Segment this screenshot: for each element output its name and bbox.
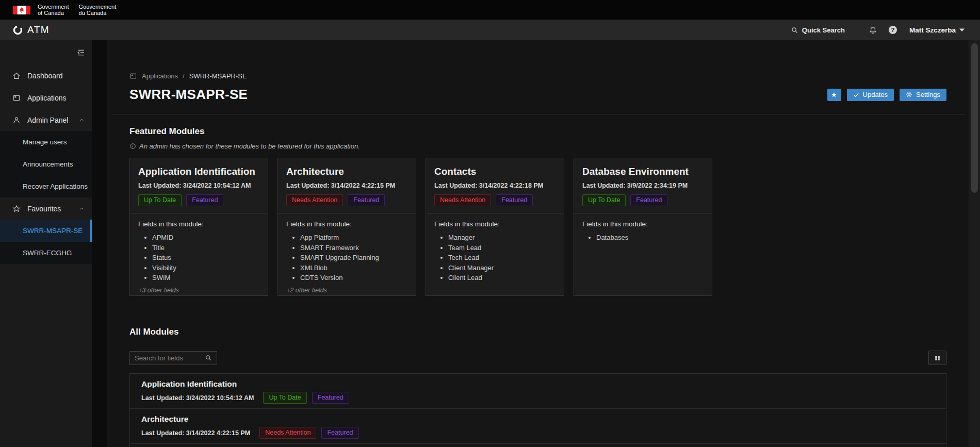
app-header-right: Quick Search ? Matt Szczerba	[791, 26, 965, 35]
favourite-star-button[interactable]	[827, 89, 841, 101]
check-icon	[853, 92, 859, 98]
field-item: App Platform	[300, 233, 407, 243]
module-card-title: Application Identification	[138, 166, 259, 177]
help-glyph: ?	[891, 27, 895, 33]
notifications-bell-icon[interactable]	[869, 26, 877, 35]
field-item: Visibility	[152, 263, 259, 273]
card-body: Fields in this module: APMID Title Statu…	[130, 213, 268, 301]
featured-badge: Featured	[321, 427, 358, 439]
status-badge: Needs Attention	[259, 427, 316, 439]
sidebar-item-announcements[interactable]: Announcements	[0, 153, 92, 175]
status-badge: Up To Date	[263, 392, 306, 404]
module-card-architecture[interactable]: Architecture Last Updated: 3/14/2022 4:2…	[277, 158, 416, 296]
module-row-meta: Last Updated: 3/24/2022 10:54:12 AM Up T…	[141, 392, 935, 404]
status-badge: Needs Attention	[434, 194, 491, 206]
user-menu[interactable]: Matt Szczerba	[909, 26, 965, 34]
grid-view-button[interactable]	[928, 351, 946, 365]
sidebar-item-dashboard[interactable]: Dashboard	[0, 64, 92, 87]
card-header: Architecture Last Updated: 3/14/2022 4:2…	[278, 158, 416, 213]
field-item: Title	[152, 243, 259, 253]
module-card-title: Database Environment	[582, 166, 704, 177]
fields-list: Databases	[582, 233, 704, 243]
title-divider	[112, 114, 965, 114]
module-tags: Needs Attention Featured	[286, 194, 407, 206]
field-item: APMID	[152, 233, 259, 243]
field-item: Client Lead	[448, 273, 556, 283]
chevron-up-icon	[79, 117, 85, 123]
page-actions: Updates	[827, 89, 946, 101]
scrollbar-thumb[interactable]	[971, 43, 978, 193]
field-item: Client Manager	[448, 263, 556, 273]
featured-badge: Featured	[312, 392, 349, 404]
all-modules-toolbar	[129, 351, 946, 365]
atm-logo-icon	[13, 25, 23, 35]
module-last-updated: Last Updated: 3/14/2022 4:22:18 PM	[434, 182, 556, 189]
module-row-meta: Last Updated: 3/14/2022 4:22:15 PM Needs…	[141, 427, 935, 439]
module-row-title: Application Identification	[141, 378, 935, 389]
module-row-architecture[interactable]: Architecture Last Updated: 3/14/2022 4:2…	[130, 409, 946, 444]
field-item: Databases	[596, 233, 704, 243]
sidebar-subitem-label: Recover Applications	[23, 183, 88, 190]
sidebar-item-applications[interactable]: Applications	[0, 87, 92, 109]
card-header: Application Identification Last Updated:…	[130, 158, 268, 213]
module-tags: Up To Date Featured	[582, 194, 704, 206]
settings-button[interactable]: Settings	[900, 89, 946, 101]
page-title: SWRR-MSAPR-SE	[129, 87, 248, 103]
featured-modules-section: Featured Modules An admin has chosen for…	[129, 126, 946, 296]
module-card-contacts[interactable]: Contacts Last Updated: 3/14/2022 4:22:18…	[426, 158, 564, 296]
updates-label: Updates	[863, 91, 888, 98]
sidebar-item-swrr-msapr-se[interactable]: SWRR-MSAPR-SE	[0, 220, 92, 242]
help-icon[interactable]: ?	[889, 26, 897, 34]
app-title: ATM	[27, 24, 50, 36]
breadcrumb-applications[interactable]: Applications	[142, 72, 178, 80]
module-card-database-environment[interactable]: Database Environment Last Updated: 3/9/2…	[574, 158, 712, 296]
home-icon	[12, 72, 21, 80]
gov-wordmark-fr: Gouvernement du Canada	[79, 4, 117, 16]
sidebar-collapse-icon[interactable]	[77, 48, 85, 57]
featured-badge: Featured	[348, 194, 385, 206]
sidebar-subitem-label: SWRR-MSAPR-SE	[23, 227, 83, 235]
scrollbar[interactable]	[969, 40, 980, 447]
module-row-partial[interactable]	[130, 444, 946, 447]
featured-modules-subtitle: An admin has chosen for these modules to…	[129, 142, 946, 150]
fields-search-input[interactable]	[135, 354, 205, 362]
module-last-updated: Last Updated: 3/24/2022 10:54:12 AM	[138, 182, 259, 189]
module-last-updated: Last Updated: 3/14/2022 4:22:15 PM	[286, 182, 407, 189]
module-tags: Needs Attention Featured	[434, 194, 556, 206]
module-last-updated: Last Updated: 3/9/2022 2:34:19 PM	[582, 182, 704, 189]
search-icon	[205, 354, 212, 361]
gov-wordmark-en: Government of Canada	[38, 4, 69, 16]
field-item: SMART Upgrade Planning	[300, 253, 407, 263]
sidebar-item-label: Dashboard	[27, 72, 85, 80]
featured-badge: Featured	[186, 194, 223, 206]
modules-list: Application Identification Last Updated:…	[129, 373, 946, 447]
module-card-application-identification[interactable]: Application Identification Last Updated:…	[129, 158, 268, 296]
canada-flag-icon	[13, 6, 30, 14]
app-logo[interactable]: ATM	[13, 24, 50, 36]
card-body: Fields in this module: App Platform SMAR…	[278, 213, 416, 301]
gov-text-line: of Canada	[38, 10, 69, 16]
gear-icon	[906, 91, 912, 98]
title-row: SWRR-MSAPR-SE Updates	[129, 87, 946, 103]
sidebar-item-recover-applications[interactable]: Recover Applications	[0, 175, 92, 197]
field-item: Manager	[448, 233, 556, 243]
content-panel: Applications / SWRR-MSAPR-SE SWRR-MSAPR-…	[107, 40, 969, 447]
card-header: Contacts Last Updated: 3/14/2022 4:22:18…	[426, 158, 564, 213]
all-modules-heading: All Modules	[129, 327, 946, 337]
updates-button[interactable]: Updates	[847, 89, 894, 101]
sidebar-subitem-label: SWRR-ECGHG	[23, 249, 72, 257]
sidebar-item-manage-users[interactable]: Manage users	[0, 131, 92, 153]
user-icon	[12, 116, 21, 124]
fields-list: Manager Team Lead Tech Lead Client Manag…	[434, 233, 556, 283]
module-row-application-identification[interactable]: Application Identification Last Updated:…	[130, 374, 946, 409]
sidebar-subitem-label: Announcements	[23, 160, 73, 168]
featured-badge: Featured	[630, 194, 667, 206]
more-fields-note	[434, 287, 556, 294]
sidebar-item-swrr-ecghg[interactable]: SWRR-ECGHG	[0, 242, 92, 264]
sidebar-item-favourites[interactable]: Favourites	[0, 197, 92, 220]
quick-search-button[interactable]: Quick Search	[791, 26, 845, 34]
fields-list: App Platform SMART Framework SMART Upgra…	[286, 233, 407, 283]
sidebar-item-admin-panel[interactable]: Admin Panel	[0, 109, 92, 131]
sidebar-item-label: Admin Panel	[27, 116, 72, 124]
module-card-title: Architecture	[286, 166, 407, 177]
